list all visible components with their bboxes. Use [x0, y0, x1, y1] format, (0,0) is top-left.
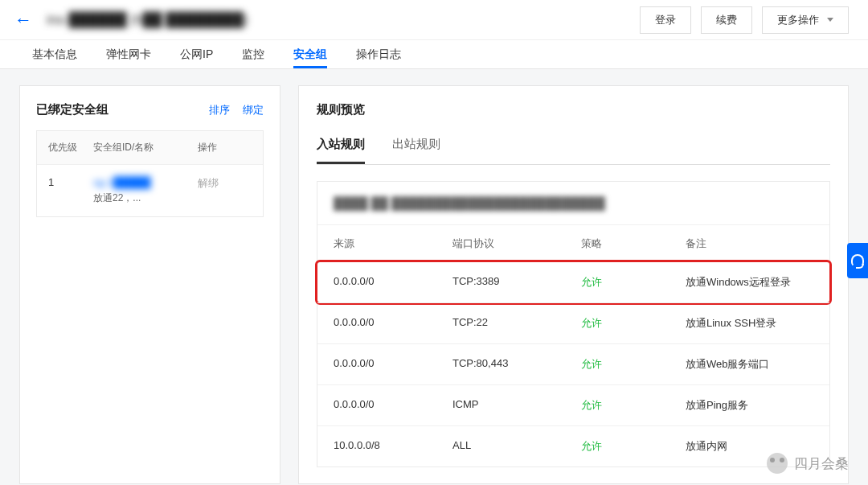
rule-port: TCP:22 — [452, 316, 581, 331]
col-action: 操作 — [198, 141, 252, 154]
rule-source: 0.0.0.0/0 — [334, 398, 452, 413]
sg-row: 1sg-1█████放通22，...解绑 — [37, 164, 263, 216]
watermark-icon — [767, 453, 788, 474]
nav-tab-4[interactable]: 安全组 — [293, 39, 327, 68]
rule-port: TCP:3389 — [452, 275, 581, 290]
rule-remark: 放通内网 — [686, 439, 813, 454]
bound-sg-links: 排序 绑定 — [209, 103, 264, 117]
col-priority: 优先级 — [48, 141, 93, 154]
rule-policy: 允许 — [581, 275, 686, 290]
nav-tab-3[interactable]: 监控 — [242, 39, 264, 68]
rule-source: 0.0.0.0/0 — [334, 316, 452, 331]
sg-unbind[interactable]: 解绑 — [198, 176, 252, 205]
rule-preview-panel: 规则预览 入站规则 出站规则 ████ ██ █████████████████… — [298, 85, 849, 484]
bound-sg-panel: 已绑定安全组 排序 绑定 优先级 安全组ID/名称 操作 1sg-1█████放… — [19, 85, 280, 484]
rule-direction-tabs: 入站规则 出站规则 — [317, 130, 830, 165]
more-actions-label: 更多操作 — [777, 13, 819, 27]
col-idname: 安全组ID/名称 — [93, 141, 198, 154]
rule-policy: 允许 — [581, 357, 686, 372]
bound-sg-table: 优先级 安全组ID/名称 操作 1sg-1█████放通22，...解绑 — [36, 130, 264, 217]
bound-sg-table-head: 优先级 安全组ID/名称 操作 — [37, 131, 263, 164]
nav-tab-2[interactable]: 公网IP — [180, 39, 213, 68]
rule-source: 10.0.0.0/8 — [334, 439, 452, 454]
rule-policy: 允许 — [581, 439, 686, 454]
col-policy: 策略 — [581, 236, 686, 251]
rule-row: 10.0.0.0/8ALL允许放通内网 — [317, 425, 829, 467]
rule-row: 0.0.0.0/0TCP:3389允许放通Windows远程登录 — [315, 260, 832, 305]
rule-remark: 放通Linux SSH登录 — [686, 316, 813, 331]
sg-name: 放通22，... — [93, 191, 198, 205]
watermark: 四月会桑 — [767, 453, 849, 474]
bound-sg-header: 已绑定安全组 排序 绑定 — [36, 102, 264, 117]
nav-tab-5[interactable]: 操作日志 — [356, 39, 401, 68]
tab-outbound[interactable]: 出站规则 — [392, 130, 440, 164]
rules-table-head: 来源 端口协议 策略 备注 — [317, 224, 829, 262]
rule-preview-header: 规则预览 — [317, 102, 830, 117]
col-remark: 备注 — [686, 236, 813, 251]
back-arrow-icon[interactable]: ← — [14, 10, 32, 31]
rule-remark: 放通Web服务端口 — [686, 357, 813, 372]
login-button[interactable]: 登录 — [640, 6, 691, 34]
page-header: ← ins-██████ (h██ ████████) 登录 续费 更多操作 — [0, 0, 868, 40]
rule-source: 0.0.0.0/0 — [334, 357, 452, 372]
headset-icon — [851, 254, 864, 267]
rule-preview-title: 规则预览 — [317, 102, 365, 117]
rule-source: 0.0.0.0/0 — [334, 275, 452, 290]
rule-remark: 放通Windows远程登录 — [686, 275, 813, 290]
rule-policy: 允许 — [581, 398, 686, 413]
header-actions: 登录 续费 更多操作 — [640, 6, 849, 34]
rule-row: 0.0.0.0/0TCP:22允许放通Linux SSH登录 — [317, 302, 829, 343]
bound-sg-title: 已绑定安全组 — [36, 102, 108, 117]
rule-port: ALL — [452, 439, 581, 454]
nav-tab-0[interactable]: 基本信息 — [32, 39, 77, 68]
rule-row: 0.0.0.0/0ICMP允许放通Ping服务 — [317, 384, 829, 425]
instance-id: ins-██████ — [47, 12, 127, 27]
col-source: 来源 — [334, 236, 452, 251]
rule-row: 0.0.0.0/0TCP:80,443允许放通Web服务端口 — [317, 343, 829, 384]
bind-link[interactable]: 绑定 — [243, 103, 264, 117]
sg-idname: sg-1█████放通22，... — [93, 176, 198, 205]
rules-table: ████ ██ █████████████████████████ 来源 端口协… — [317, 181, 830, 467]
sg-id-link[interactable]: sg-1█████ — [93, 176, 198, 188]
watermark-text: 四月会桑 — [794, 454, 849, 473]
nav-tab-1[interactable]: 弹性网卡 — [106, 39, 151, 68]
content-area: 已绑定安全组 排序 绑定 优先级 安全组ID/名称 操作 1sg-1█████放… — [0, 69, 868, 485]
rule-port: ICMP — [452, 398, 581, 413]
nav-tabs: 基本信息弹性网卡公网IP监控安全组操作日志 — [0, 40, 868, 69]
rule-policy: 允许 — [581, 316, 686, 331]
instance-desc: (h██ ████████) — [130, 12, 248, 27]
tab-inbound[interactable]: 入站规则 — [317, 130, 365, 164]
rules-group-label: ████ ██ █████████████████████████ — [317, 182, 829, 224]
rule-port: TCP:80,443 — [452, 357, 581, 372]
sort-link[interactable]: 排序 — [209, 103, 230, 117]
support-side-tab[interactable] — [847, 243, 868, 278]
instance-title: ins-██████ (h██ ████████) — [47, 12, 248, 28]
rules-group-label-text: ████ ██ █████████████████████████ — [334, 196, 605, 210]
chevron-down-icon — [827, 18, 833, 22]
rule-remark: 放通Ping服务 — [686, 398, 813, 413]
col-port: 端口协议 — [452, 236, 581, 251]
sg-priority: 1 — [48, 176, 93, 205]
renew-button[interactable]: 续费 — [701, 6, 752, 34]
more-actions-button[interactable]: 更多操作 — [762, 6, 849, 34]
